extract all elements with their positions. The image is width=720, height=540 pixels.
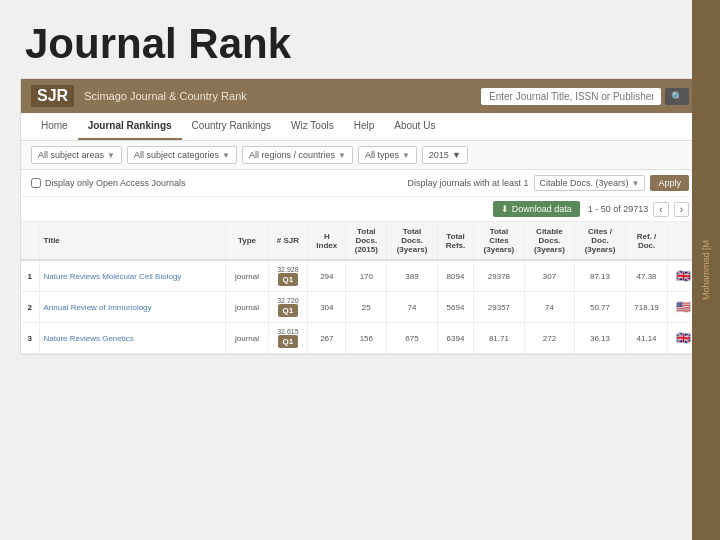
col-h-index: HIndex — [308, 222, 346, 260]
cell-ref-per-doc: 41.14 — [625, 323, 668, 354]
cell-type: journal — [226, 260, 268, 292]
table-row: 2 Annual Review of Immunology journal 32… — [21, 292, 699, 323]
nav-wiz-tools[interactable]: Wiz Tools — [281, 113, 344, 140]
cell-rank: 2 — [21, 292, 39, 323]
cell-total-refs: 8094 — [437, 260, 473, 292]
cell-total-cites: 29357 — [474, 292, 525, 323]
chevron-down-icon: ▼ — [107, 151, 115, 160]
regions-filter[interactable]: All regions / countries ▼ — [242, 146, 353, 164]
cell-type: journal — [226, 292, 268, 323]
table-body: 1 Nature Reviews Molecular Cell Biology … — [21, 260, 699, 354]
col-cites-per-doc: Cites /Doc.(3years) — [575, 222, 626, 260]
cell-title[interactable]: Nature Reviews Genetics — [39, 323, 226, 354]
col-total-refs: TotalRefs. — [437, 222, 473, 260]
cell-cites-per-doc: 36.13 — [575, 323, 626, 354]
chevron-down-icon: ▼ — [222, 151, 230, 160]
cell-h-index: 267 — [308, 323, 346, 354]
download-button[interactable]: ⬇ Download data — [493, 201, 580, 217]
cell-total-docs-3y: 675 — [387, 323, 438, 354]
year-filter[interactable]: 2015 ▼ — [422, 146, 468, 164]
cell-title[interactable]: Nature Reviews Molecular Cell Biology — [39, 260, 226, 292]
col-total-docs-2015: TotalDocs.(2015) — [346, 222, 387, 260]
open-access-checkbox[interactable] — [31, 178, 41, 188]
sjr-logo: SJR — [31, 85, 74, 107]
journal-table: Title Type # SJR HIndex TotalDocs.(2015)… — [21, 222, 699, 354]
cell-citable-docs: 307 — [524, 260, 575, 292]
page-title: Journal Rank — [25, 20, 695, 68]
filter-row: All subject areas ▼ All subject categori… — [21, 141, 699, 170]
cell-total-docs-2015: 170 — [346, 260, 387, 292]
watermark-bar: Mohammad [M — [692, 0, 720, 540]
col-ref-per-doc: Ref. /Doc. — [625, 222, 668, 260]
cell-h-index: 304 — [308, 292, 346, 323]
nav-bar: Home Journal Rankings Country Rankings W… — [21, 113, 699, 141]
nav-country-rankings[interactable]: Country Rankings — [182, 113, 281, 140]
cell-total-cites: 29378 — [474, 260, 525, 292]
types-filter[interactable]: All types ▼ — [358, 146, 417, 164]
chevron-down-icon: ▼ — [402, 151, 410, 160]
nav-help[interactable]: Help — [344, 113, 385, 140]
sjr-quartile-badge: Q1 — [278, 335, 299, 348]
cell-type: journal — [226, 323, 268, 354]
col-type: Type — [226, 222, 268, 260]
cell-sjr: 32.615 Q1 — [268, 323, 308, 354]
apply-button[interactable]: Apply — [650, 175, 689, 191]
cell-total-docs-3y: 389 — [387, 260, 438, 292]
subject-categories-filter[interactable]: All subject categories ▼ — [127, 146, 237, 164]
cell-citable-docs: 272 — [524, 323, 575, 354]
cell-rank: 3 — [21, 323, 39, 354]
sjr-header: SJR Scimago Journal & Country Rank 🔍 — [21, 79, 699, 113]
cell-total-docs-2015: 25 — [346, 292, 387, 323]
cell-total-docs-2015: 156 — [346, 323, 387, 354]
sjr-search: 🔍 — [481, 88, 689, 105]
title-area: Journal Rank — [0, 0, 720, 78]
cell-ref-per-doc: 718.19 — [625, 292, 668, 323]
cell-total-cites: 81.71 — [474, 323, 525, 354]
nav-home[interactable]: Home — [31, 113, 78, 140]
cell-sjr: 32.720 Q1 — [268, 292, 308, 323]
table-row: 1 Nature Reviews Molecular Cell Biology … — [21, 260, 699, 292]
display-at-least: Display journals with at least 1 Citable… — [407, 175, 689, 191]
search-button[interactable]: 🔍 — [665, 88, 689, 105]
col-rank — [21, 222, 39, 260]
nav-about-us[interactable]: About Us — [384, 113, 445, 140]
chevron-down-icon: ▼ — [338, 151, 346, 160]
prev-page-button[interactable]: ‹ — [653, 202, 668, 217]
cell-citable-docs: 74 — [524, 292, 575, 323]
pagination: 1 - 50 of 29713 ‹ › — [588, 202, 689, 217]
cell-rank: 1 — [21, 260, 39, 292]
main-content: SJR Scimago Journal & Country Rank 🔍 Hom… — [20, 78, 700, 355]
col-citable-docs: CitableDocs.(3years) — [524, 222, 575, 260]
watermark-text: Mohammad [M — [701, 240, 711, 300]
cell-total-refs: 5694 — [437, 292, 473, 323]
subject-areas-filter[interactable]: All subject areas ▼ — [31, 146, 122, 164]
col-title: Title — [39, 222, 226, 260]
col-sjr: # SJR — [268, 222, 308, 260]
cell-cites-per-doc: 87.13 — [575, 260, 626, 292]
download-icon: ⬇ — [501, 204, 509, 214]
cell-sjr: 32.928 Q1 — [268, 260, 308, 292]
cell-total-refs: 6394 — [437, 323, 473, 354]
nav-journal-rankings[interactable]: Journal Rankings — [78, 113, 182, 140]
cell-total-docs-3y: 74 — [387, 292, 438, 323]
table-row: 3 Nature Reviews Genetics journal 32.615… — [21, 323, 699, 354]
sjr-quartile-badge: Q1 — [278, 273, 299, 286]
chevron-down-icon: ▼ — [452, 150, 461, 160]
toolbar-row: ⬇ Download data 1 - 50 of 29713 ‹ › — [21, 197, 699, 222]
cell-ref-per-doc: 47.38 — [625, 260, 668, 292]
col-total-docs-3y: TotalDocs.(3years) — [387, 222, 438, 260]
chevron-down-icon: ▼ — [632, 179, 640, 188]
sjr-tagline: Scimago Journal & Country Rank — [84, 90, 247, 102]
sjr-quartile-badge: Q1 — [278, 304, 299, 317]
search-input[interactable] — [481, 88, 661, 105]
open-access-checkbox-label[interactable]: Display only Open Access Journals — [31, 178, 186, 188]
table-header-row: Title Type # SJR HIndex TotalDocs.(2015)… — [21, 222, 699, 260]
citable-docs-select[interactable]: Citable Docs. (3years) ▼ — [534, 175, 646, 191]
cell-cites-per-doc: 50.77 — [575, 292, 626, 323]
options-row: Display only Open Access Journals Displa… — [21, 170, 699, 197]
next-page-button[interactable]: › — [674, 202, 689, 217]
cell-title[interactable]: Annual Review of Immunology — [39, 292, 226, 323]
col-total-cites: TotalCites(3years) — [474, 222, 525, 260]
cell-h-index: 294 — [308, 260, 346, 292]
